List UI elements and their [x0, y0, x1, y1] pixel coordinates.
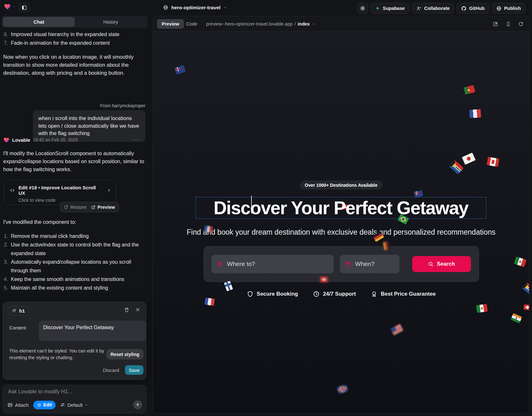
feature-clock: 24/7 Support — [313, 291, 356, 298]
when-field[interactable] — [340, 255, 399, 273]
chat-input[interactable] — [7, 388, 135, 395]
flag-canada-icon — [487, 157, 499, 167]
chat-history-tabs: Chat History — [2, 16, 148, 28]
message-menu-button[interactable]: ··· — [133, 137, 140, 143]
flag-france-icon — [469, 109, 481, 118]
content-label: Content — [9, 325, 26, 330]
flag-finland-icon — [224, 281, 233, 291]
lovable-menu[interactable] — [4, 3, 15, 10]
heart-avatar-icon — [3, 137, 10, 143]
heart-logo-icon — [4, 3, 11, 10]
assistant-timestamp: 18:42 on Feb 20, 2025 — [33, 137, 78, 142]
list-item: 2.Use the activeIndex state to control b… — [0, 240, 146, 258]
chat-list-bottom: 1.Remove the manual click handling2.Use … — [0, 232, 146, 292]
from-label: From harrymckayroper — [100, 103, 145, 108]
assistant-paragraph: I've modified the component to: — [3, 218, 145, 226]
url-breadcrumb[interactable]: preview--hero-optimizer-travel.lovable.a… — [206, 19, 315, 29]
chat-list-top: 6.Improved visual hierarchy in the expan… — [0, 30, 146, 47]
panel-left-icon — [21, 5, 27, 11]
features-row: Secure Booking24/7 SupportBest Price Gua… — [246, 291, 436, 298]
calendar-icon — [345, 261, 351, 267]
restore-preview-pill: Restore Preview — [60, 202, 119, 212]
preview-panel: Preview Code preview--hero-optimizer-tra… — [153, 16, 529, 413]
project-menu[interactable]: hero-optimizer-travel — [163, 3, 227, 12]
assistant-header: Lovable 18:42 on Feb 20, 2025 ··· — [3, 136, 147, 143]
github-icon — [461, 6, 466, 11]
edit-card[interactable]: Edit #18 • Improve Location Scroll UX Cl… — [4, 180, 116, 205]
sliders-icon — [60, 402, 65, 407]
map-pin-icon — [217, 261, 223, 267]
supabase-bolt-icon — [375, 6, 380, 11]
sidebar-toggle-button[interactable] — [19, 3, 30, 12]
flag-australia-icon — [174, 65, 186, 75]
flag-new-zealand-icon — [414, 190, 423, 198]
chevron-right-icon — [107, 188, 111, 193]
open-in-new-tab-button[interactable] — [493, 21, 498, 27]
element-editor-panel: h1 Content Discover Your Perfect Getaway… — [3, 302, 146, 380]
list-item: 4.Keep the same smooth animations and tr… — [0, 275, 146, 284]
hero-title[interactable]: Discover Your Perfect Getaway — [213, 197, 468, 218]
list-item: 7.Fade-in animation for the expanded con… — [0, 39, 146, 47]
edit-card-title: Edit #18 • Improve Location Scroll UX — [19, 185, 104, 196]
search-button[interactable]: Search — [412, 256, 471, 272]
flag-uk-icon — [337, 384, 348, 394]
edit-mode-button[interactable]: Edit — [33, 401, 56, 409]
publish-button[interactable]: Publish — [492, 3, 525, 14]
flag-mexico-icon — [476, 304, 488, 313]
save-button[interactable]: Save — [125, 365, 143, 375]
flag-south-africa-icon — [449, 160, 464, 174]
refresh-button[interactable] — [518, 21, 523, 26]
tab-chat[interactable]: Chat — [3, 17, 75, 27]
send-button[interactable] — [133, 400, 142, 409]
reset-styling-button[interactable]: Reset styling — [106, 349, 143, 359]
github-button[interactable]: GitHub — [457, 3, 489, 14]
collaborate-button[interactable]: Collaborate — [412, 3, 454, 14]
award-icon — [371, 291, 378, 298]
flag-south-africa-icon — [522, 282, 529, 295]
where-input[interactable] — [227, 260, 328, 268]
flag-switzerland-icon — [320, 276, 328, 283]
chevron-down-icon — [223, 6, 227, 10]
restore-icon — [64, 205, 68, 209]
flag-switzerland-icon — [523, 304, 529, 310]
topbar-actions: Supabase Collaborate GitHub — [357, 3, 525, 14]
topbar: hero-optimizer-travel Supabase — [0, 0, 532, 15]
settings-button[interactable] — [357, 3, 368, 14]
restore-button[interactable]: Restore — [64, 205, 87, 210]
preview-viewport: Over 1000+ Destinations Available Discov… — [153, 31, 529, 413]
external-link-icon — [91, 205, 96, 209]
mobile-view-button[interactable] — [506, 21, 511, 27]
close-editor-button[interactable] — [135, 307, 140, 312]
delete-element-button[interactable] — [124, 307, 129, 313]
mode-select[interactable]: Default — [60, 402, 89, 408]
flag-switzerland-icon — [341, 204, 349, 210]
flag-mexico-icon — [514, 256, 527, 267]
where-field[interactable] — [212, 255, 334, 273]
when-input[interactable] — [355, 260, 394, 268]
lovable-app: hero-optimizer-travel Supabase — [0, 0, 532, 416]
tab-code[interactable]: Code — [186, 19, 197, 29]
element-tag-pill: h1 — [7, 306, 29, 315]
clock-icon — [313, 291, 320, 298]
search-icon — [428, 261, 434, 267]
feature-shield: Secure Booking — [246, 291, 298, 298]
hero-badge: Over 1000+ Destinations Available — [300, 180, 382, 190]
tab-history[interactable]: History — [75, 17, 147, 27]
text-caret — [251, 196, 252, 214]
list-item: 3.Automatically expand/collapse location… — [0, 258, 146, 275]
list-item: 5.Maintain all the existing content and … — [0, 284, 146, 292]
flag-japan-icon — [462, 153, 475, 165]
type-icon — [12, 308, 17, 313]
assistant-paragraph: I'll modify the LocationScroll component… — [3, 149, 145, 173]
url-host: preview--hero-optimizer-travel.lovable.a… — [206, 21, 293, 26]
supabase-button[interactable]: Supabase — [371, 3, 409, 14]
feature-award: Best Price Guarantee — [371, 291, 436, 298]
composer: Attach Edit — [3, 385, 146, 413]
discard-button[interactable]: Discard — [103, 367, 119, 373]
target-icon — [37, 403, 42, 407]
tab-preview[interactable]: Preview — [157, 19, 184, 29]
preview-button[interactable]: Preview — [91, 205, 115, 210]
attach-button[interactable]: Attach — [7, 402, 29, 408]
assistant-paragraph: Now when you click on a location image, … — [3, 53, 144, 77]
content-textarea[interactable]: Discover Your Perfect Getaway — [39, 321, 146, 341]
